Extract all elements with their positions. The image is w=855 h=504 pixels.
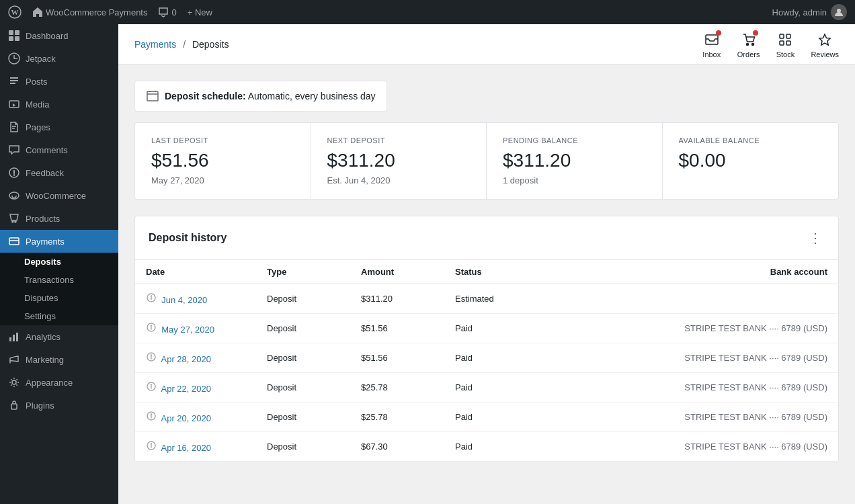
submenu-settings[interactable]: Settings: [0, 307, 118, 325]
date-link-1[interactable]: May 27, 2020: [161, 325, 214, 335]
cell-date-0: Jun 4, 2020: [135, 284, 256, 314]
sidebar-item-dashboard[interactable]: Dashboard: [0, 24, 118, 47]
date-link-2[interactable]: Apr 28, 2020: [161, 354, 211, 364]
sidebar-item-woocommerce[interactable]: WooCommerce: [0, 184, 118, 207]
info-icon-0[interactable]: [146, 292, 157, 303]
next-deposit-label: NEXT DEPOSIT: [327, 136, 471, 144]
sidebar-item-comments[interactable]: Comments: [0, 138, 118, 161]
breadcrumb: Payments / Deposits: [134, 39, 702, 50]
sidebar-item-appearance[interactable]: Appearance: [0, 371, 118, 394]
svg-rect-25: [786, 41, 790, 45]
col-header-date: Date: [135, 260, 256, 284]
wp-logo-icon[interactable]: W: [8, 5, 22, 19]
sidebar-item-feedback[interactable]: Feedback: [0, 161, 118, 184]
deposit-schedule-text: Deposit schedule: Automatic, every busin…: [165, 91, 376, 101]
comments-link[interactable]: 0: [158, 7, 176, 17]
date-link-3[interactable]: Apr 22, 2020: [161, 384, 211, 394]
orders-button[interactable]: Orders: [737, 30, 760, 58]
sidebar-item-jetpack[interactable]: Jetpack: [0, 47, 118, 70]
reviews-icon: [815, 30, 834, 49]
jetpack-label: Jetpack: [26, 54, 56, 64]
date-link-5[interactable]: Apr 16, 2020: [161, 443, 211, 453]
sidebar: Dashboard Jetpack Posts Media: [0, 24, 118, 504]
content-area: Deposit schedule: Automatic, every busin…: [118, 65, 855, 504]
payments-label: Payments: [26, 237, 65, 247]
table-row: Jun 4, 2020 Deposit $311.20 Estimated: [135, 284, 838, 314]
deposit-schedule-bold: Deposit schedule:: [165, 91, 246, 101]
sidebar-item-analytics[interactable]: Analytics: [0, 325, 118, 348]
cell-status-5: Paid: [444, 432, 538, 462]
info-icon-3[interactable]: [146, 381, 157, 392]
user-avatar[interactable]: [831, 4, 847, 20]
payments-icon: [8, 235, 20, 247]
table-row: Apr 28, 2020 Deposit $51.56 Paid STRIPE …: [135, 343, 838, 373]
sidebar-item-marketing[interactable]: Marketing: [0, 348, 118, 371]
cell-amount-3: $25.78: [350, 373, 444, 403]
svg-rect-14: [9, 337, 11, 341]
inbox-label: Inbox: [702, 50, 721, 58]
last-deposit-card: LAST DEPOSIT $51.56 May 27, 2020: [135, 123, 311, 199]
stock-button[interactable]: Stock: [776, 30, 795, 58]
next-deposit-sub: Est. Jun 4, 2020: [327, 175, 471, 185]
deposit-schedule-auto: Automatic, every business day: [248, 91, 376, 101]
svg-point-11: [12, 221, 13, 222]
cell-status-2: Paid: [444, 343, 538, 373]
svg-rect-6: [15, 36, 19, 41]
stock-label: Stock: [776, 50, 795, 58]
cell-amount-2: $51.56: [350, 343, 444, 373]
svg-rect-23: [786, 34, 790, 38]
cell-date-4: Apr 20, 2020: [135, 403, 256, 432]
cell-status-3: Paid: [444, 373, 538, 403]
date-link-0[interactable]: Jun 4, 2020: [161, 295, 207, 305]
sidebar-item-media[interactable]: Media: [0, 93, 118, 116]
reviews-button[interactable]: Reviews: [811, 30, 839, 58]
submenu-disputes[interactable]: Disputes: [0, 289, 118, 307]
sidebar-item-posts[interactable]: Posts: [0, 70, 118, 93]
site-name[interactable]: WooCommerce Payments: [32, 7, 147, 17]
comments-label: Comments: [26, 145, 68, 155]
info-icon-4[interactable]: [146, 411, 157, 421]
info-icon-1[interactable]: [146, 322, 157, 333]
svg-rect-16: [16, 333, 18, 341]
cell-status-0: Estimated: [444, 284, 538, 314]
deposit-history-card: Deposit history ⋮ Date Type Amount Statu…: [134, 216, 839, 462]
cell-bank-1: STRIPE TEST BANK ···· 6789 (USD): [538, 314, 838, 343]
sidebar-item-plugins[interactable]: Plugins: [0, 394, 118, 417]
date-link-4[interactable]: Apr 20, 2020: [161, 413, 211, 423]
breadcrumb-parent[interactable]: Payments: [134, 39, 176, 50]
deposit-history-title: Deposit history: [149, 232, 227, 244]
submenu-transactions[interactable]: Transactions: [0, 271, 118, 289]
cell-bank-0: [538, 284, 838, 314]
inbox-button[interactable]: Inbox: [702, 30, 721, 58]
svg-marker-26: [819, 34, 830, 45]
marketing-icon: [8, 353, 20, 366]
svg-point-33: [151, 355, 152, 355]
breadcrumb-separator: /: [183, 39, 186, 50]
sidebar-item-products[interactable]: Products: [0, 207, 118, 230]
sidebar-item-payments[interactable]: Payments: [0, 230, 118, 253]
svg-point-12: [15, 221, 16, 222]
cell-amount-5: $67.30: [350, 432, 444, 462]
svg-text:W: W: [11, 8, 19, 16]
svg-rect-5: [9, 36, 13, 41]
sidebar-item-pages[interactable]: Pages: [0, 116, 118, 138]
deposit-table-body: Jun 4, 2020 Deposit $311.20 Estimated Ma…: [135, 284, 838, 462]
new-content-button[interactable]: + New: [188, 7, 212, 17]
feedback-label: Feedback: [26, 168, 64, 178]
available-balance-label: AVAILABLE BALANCE: [679, 136, 823, 144]
table-row: Apr 20, 2020 Deposit $25.78 Paid STRIPE …: [135, 403, 838, 432]
info-icon-2[interactable]: [146, 351, 157, 362]
table-row: May 27, 2020 Deposit $51.56 Paid STRIPE …: [135, 314, 838, 343]
info-icon-5[interactable]: [146, 440, 157, 451]
deposit-history-table: Date Type Amount Status Bank account Jun…: [135, 260, 838, 462]
cell-amount-1: $51.56: [350, 314, 444, 343]
pages-label: Pages: [26, 122, 50, 132]
more-options-button[interactable]: ⋮: [806, 227, 825, 249]
last-deposit-sub: May 27, 2020: [151, 175, 294, 185]
available-balance-card: AVAILABLE BALANCE $0.00: [663, 123, 839, 199]
svg-rect-22: [780, 34, 784, 38]
jetpack-icon: [8, 52, 20, 65]
submenu-deposits[interactable]: Deposits: [0, 253, 118, 271]
cell-type-5: Deposit: [256, 432, 350, 462]
cell-bank-2: STRIPE TEST BANK ···· 6789 (USD): [538, 343, 838, 373]
